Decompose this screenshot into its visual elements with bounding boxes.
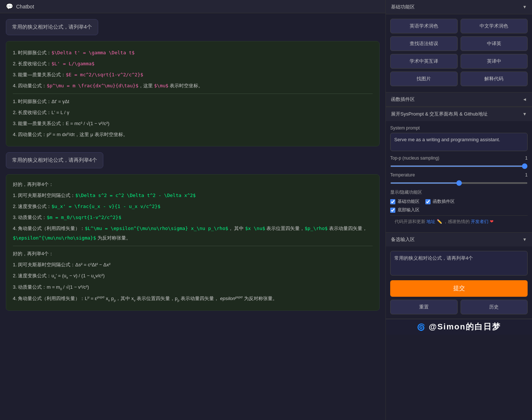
latex-line-2: 2. 长度收缩公式：$L' = L/\gamma$	[13, 59, 373, 69]
sysprompt-header[interactable]: 展开SysPrompt & 交互界面布局 & Github地址 ▼	[386, 107, 532, 121]
sysprompt-title: 展开SysPrompt & 交互界面布局 & Github地址	[391, 111, 488, 117]
backup-section: 备选输入区 ▼ 常用的狭义相对论公式，请再列举4个 提交 重置 历史	[386, 232, 532, 319]
plugin-arrow: ◄	[522, 97, 527, 102]
show-hide-section: 显示/隐藏功能区 基础功能区 函数插件区 底部输入区	[390, 189, 528, 213]
chatbot-title: Chatbot	[16, 4, 34, 10]
btn-cn-to-en[interactable]: 中译英	[461, 36, 528, 51]
bot2-latex-4: 4. 角动量公式（利用四维矢量）：$L^\mu = \epsilon^{\mu\…	[13, 224, 373, 243]
footer-devs-link[interactable]: 开发者们	[471, 219, 488, 224]
bot2-render-4: 4. 角动量公式（利用四维矢量）：Lμ = εμνρσ xν pρ，其中 xν …	[13, 294, 373, 304]
basic-functions-header[interactable]: 基础功能区 ▼	[386, 0, 532, 14]
checkbox-basic-label: 基础功能区	[398, 198, 420, 205]
btn-find-image[interactable]: 找图片	[390, 72, 458, 86]
sysprompt-arrow: ▼	[522, 112, 527, 117]
footer-links: 代码开源和更新 地址 ✏️ ，感谢热情的 开发者们 ❤	[390, 215, 528, 228]
top-p-slider[interactable]	[390, 165, 528, 167]
watermark-bar: 🌀 @Simon的白日梦	[386, 319, 532, 335]
btn-grammar-check[interactable]: 查找语法错误	[390, 36, 458, 51]
bot-message-2: 好的，再列举4个： 1. 闵可夫斯基时空间隔公式：$\Delta s^2 = c…	[6, 174, 380, 311]
btn-chinese-polish[interactable]: 中文学术润色	[461, 19, 528, 33]
checkbox-basic-input[interactable]	[390, 199, 395, 204]
temperature-row: Temperature 1	[390, 172, 528, 178]
right-panel: 基础功能区 ▼ 英语学术润色 中文学术润色 查找语法错误 中译英 学术中英互译 …	[385, 0, 532, 420]
checkbox-input-area-input[interactable]	[390, 208, 395, 213]
top-p-wrap: Top-p (nucleus sampling) 1	[390, 156, 528, 168]
backup-input[interactable]: 常用的狭义相对论公式，请再列举4个	[390, 251, 528, 275]
footer-pencil: ✏️	[437, 219, 442, 224]
history-button[interactable]: 历史	[461, 300, 528, 314]
latex-line-3: 3. 能量—质量关系公式：$E = mc^2/\sqrt{1-v^2/c^2}$	[13, 70, 373, 80]
plugin-title: 函数插件区	[391, 96, 415, 103]
reset-button[interactable]: 重置	[390, 300, 458, 314]
checkbox-basic[interactable]: 基础功能区	[390, 198, 420, 205]
bot-message-1: 1. 时间膨胀公式：$\Delta t' = \gamma \Delta t$ …	[6, 41, 380, 146]
btn-academic-translate[interactable]: 学术中英互译	[390, 54, 458, 69]
chatbot-icon: 💬	[6, 3, 13, 10]
btn-explain-code[interactable]: 解释代码	[461, 72, 528, 86]
checkbox-row-2: 底部输入区	[390, 207, 528, 213]
checkbox-plugin[interactable]: 函数插件区	[425, 198, 455, 205]
temperature-slider[interactable]	[390, 182, 528, 184]
basic-buttons-grid: 英语学术润色 中文学术润色 查找语法错误 中译英 学术中英互译 英译中 找图片 …	[390, 19, 528, 86]
bot2-latex-3: 3. 动质量公式：$m = m_0/\sqrt{1-v^2/c^2}$	[13, 213, 373, 222]
sysprompt-body: System prompt Serve me as a writing and …	[386, 121, 532, 232]
temperature-label: Temperature	[390, 172, 415, 178]
bot2-render-1: 1. 闵可夫斯基时空间隔公式：Δs² = c²Δt² − Δx²	[13, 260, 373, 270]
checkbox-plugin-label: 函数插件区	[433, 198, 455, 205]
system-prompt-label: System prompt	[390, 125, 528, 131]
show-hide-title: 显示/隐藏功能区	[390, 189, 528, 196]
checkbox-row-1: 基础功能区 函数插件区	[390, 198, 528, 205]
render-line-2: 2. 长度收缩公式：L′ = L / γ	[13, 108, 373, 117]
footer-link[interactable]: 地址	[426, 219, 435, 224]
chat-panel: 💬 Chatbot 常用的狭义相对论公式，请列举4个 1. 时间膨胀公式：$\D…	[0, 0, 385, 420]
footer-text: 代码开源和更新	[395, 219, 425, 224]
footer-thanks: ，感谢热情的	[443, 219, 470, 224]
temperature-value: 1	[525, 172, 528, 178]
top-p-value: 1	[525, 156, 528, 161]
render-line-1: 1. 时间膨胀公式：Δt′ = γΔt	[13, 97, 373, 106]
render-line-4: 4. 四动量公式：pμ = m dxμ/dτ，这里 μ 表示时空坐标。	[13, 130, 373, 139]
bot2-intro: 好的，再列举4个：	[13, 180, 373, 189]
basic-functions-title: 基础功能区	[391, 4, 415, 10]
plugin-section-header[interactable]: 函数插件区 ◄	[386, 92, 532, 107]
watermark-text: @Simon的白日梦	[429, 322, 501, 331]
submit-button[interactable]: 提交	[390, 280, 528, 297]
bot2-render-3: 3. 动质量公式：m = m0 / √(1 − v²/c²)	[13, 282, 373, 292]
backup-body: 常用的狭义相对论公式，请再列举4个 提交 重置 历史	[386, 246, 532, 319]
user-message-2: 常用的狭义相对论公式，请再列举4个	[6, 152, 103, 168]
bottom-buttons: 重置 历史	[390, 300, 528, 314]
backup-arrow: ▼	[522, 237, 527, 242]
weibo-icon: 🌀	[417, 324, 426, 331]
checkbox-plugin-input[interactable]	[425, 199, 431, 204]
chatbot-header: 💬 Chatbot	[0, 0, 385, 13]
btn-english-polish[interactable]: 英语学术润色	[390, 19, 458, 33]
bot2-latex-1: 1. 闵可夫斯基时空间隔公式：$\Delta s^2 = c^2 \Delta …	[13, 191, 373, 200]
bot2-latex-2: 2. 速度变换公式：$u_x' = \frac{u_x - v}{1 - u_x…	[13, 202, 373, 211]
latex-line-1: 1. 时间膨胀公式：$\Delta t' = \gamma \Delta t$	[13, 48, 373, 58]
basic-functions-arrow: ▼	[522, 4, 527, 10]
user-message-1: 常用的狭义相对论公式，请列举4个	[6, 19, 98, 35]
system-prompt-value[interactable]: Serve me as a writing and programming as…	[390, 133, 528, 151]
sysprompt-section: 展开SysPrompt & 交互界面布局 & Github地址 ▼ System…	[386, 107, 532, 232]
top-p-label: Top-p (nucleus sampling)	[390, 156, 439, 161]
top-p-row: Top-p (nucleus sampling) 1	[390, 156, 528, 161]
render-line-3: 3. 能量—质量关系公式：E = mc² / √(1 − v²/c²)	[13, 119, 373, 128]
backup-header[interactable]: 备选输入区 ▼	[386, 233, 532, 246]
bot2-render-2: 2. 速度变换公式：ux′ = (ux − v) / (1 − uxv/c²)	[13, 271, 373, 281]
temperature-wrap: Temperature 1	[390, 172, 528, 185]
footer-heart: ❤	[490, 219, 494, 224]
latex-line-4: 4. 四动量公式：$p^\mu = m \frac{dx^\mu}{d\tau}…	[13, 81, 373, 91]
btn-en-to-cn[interactable]: 英译中	[461, 54, 528, 69]
backup-title: 备选输入区	[391, 236, 415, 243]
basic-functions-content: 英语学术润色 中文学术润色 查找语法错误 中译英 学术中英互译 英译中 找图片 …	[386, 14, 532, 92]
checkbox-input-area[interactable]: 底部输入区	[390, 207, 420, 213]
chat-area: 常用的狭义相对论公式，请列举4个 1. 时间膨胀公式：$\Delta t' = …	[0, 13, 385, 420]
bot2-intro2: 好的，再列举4个：	[13, 249, 373, 259]
checkbox-input-area-label: 底部输入区	[398, 207, 420, 213]
